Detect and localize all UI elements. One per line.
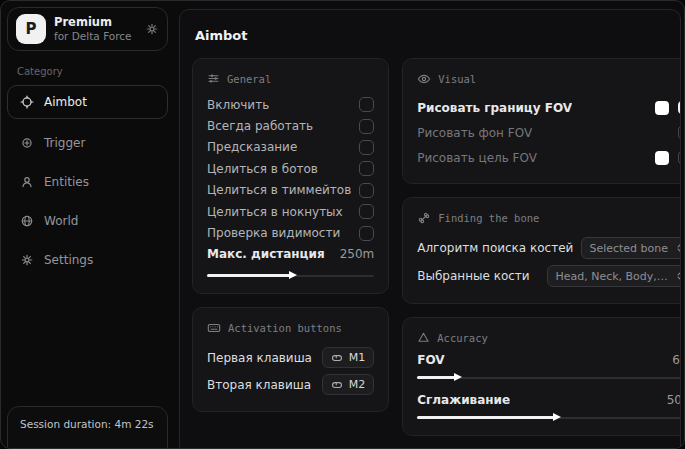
toggle-row-aim-bots: Целиться в ботов — [207, 158, 374, 179]
mouse-icon — [331, 352, 343, 364]
slider-thumb[interactable] — [454, 373, 462, 381]
checkbox-fov-border[interactable] — [678, 100, 681, 115]
bone-icon — [417, 211, 431, 225]
color-swatch-fov-border[interactable] — [655, 101, 669, 115]
sidebar-item-label: Entities — [44, 175, 89, 189]
gear-icon — [20, 253, 34, 267]
bones-card: Finding the bone Алгоритм поиска костей … — [402, 197, 681, 304]
slider-fill — [207, 274, 291, 277]
section-title: Accuracy — [437, 332, 488, 344]
sidebar-item-label: Aimbot — [44, 95, 87, 109]
visual-label: Рисовать цель FOV — [417, 151, 537, 165]
fov-slider[interactable] — [417, 373, 681, 382]
section-title: Finding the bone — [438, 212, 539, 224]
checkbox-visibility-check[interactable] — [359, 226, 374, 241]
selected-bones-select[interactable]: Head, Neck, Body, Pe... — [547, 265, 681, 287]
checkbox-prediction[interactable] — [359, 140, 374, 155]
sidebar-item-trigger[interactable]: Trigger — [7, 127, 168, 158]
page-title: Aimbot — [195, 28, 665, 43]
slider-fill — [417, 416, 555, 419]
sidebar-item-world[interactable]: World — [7, 205, 168, 236]
keybind-button-secondary[interactable]: M2 — [322, 374, 375, 395]
toggle-label: Проверка видимости — [207, 226, 340, 240]
crosshair-icon — [20, 95, 34, 109]
bones-section-header: Finding the bone — [417, 211, 681, 225]
brand-card: P Premium for Delta Force — [7, 7, 168, 51]
sidebar-item-settings[interactable]: Settings — [7, 244, 168, 275]
fov-row: FOV 60° — [417, 353, 681, 367]
brand-text: Premium for Delta Force — [54, 15, 137, 43]
visual-row-fov-background: Рисовать фон FOV — [417, 120, 681, 145]
activation-section-header: Activation buttons — [207, 321, 374, 335]
checkbox-enable[interactable] — [359, 97, 374, 112]
mouse-icon — [331, 379, 343, 391]
max-distance-slider[interactable] — [207, 271, 374, 280]
keybind-label: Первая клавиша — [207, 351, 312, 365]
toggle-label: Целиться в тиммейтов — [207, 183, 351, 197]
eye-icon — [417, 72, 431, 86]
visual-row-fov-border: Рисовать границу FOV — [417, 95, 681, 120]
keybind-label: Вторая клавиша — [207, 378, 311, 392]
checkbox-aim-teammates[interactable] — [359, 183, 374, 198]
toggle-label: Предсказание — [207, 140, 297, 154]
section-title: Activation buttons — [228, 322, 342, 334]
toggle-row-aim-teammates: Целиться в тиммейтов — [207, 180, 374, 201]
slider-thumb[interactable] — [553, 413, 561, 421]
toggle-row-aim-knocked: Целиться в нокнутых — [207, 201, 374, 222]
main-panel: Aimbot General Включить — [179, 9, 681, 449]
toggle-row-always-work: Всегда работать — [207, 115, 374, 136]
toggle-label: Целиться в ботов — [207, 162, 318, 176]
bone-algorithm-row: Алгоритм поиска костей Selected bone — [417, 234, 681, 262]
slider-fill — [417, 376, 456, 379]
selected-bones-label: Выбранные кости — [417, 269, 529, 283]
keyboard-icon — [207, 321, 221, 335]
keybind-button-primary[interactable]: M1 — [322, 347, 375, 368]
sliders-icon — [207, 72, 220, 85]
brand-title: Premium — [54, 15, 137, 29]
keybind-value: M1 — [349, 351, 366, 364]
slider-thumb[interactable] — [289, 271, 297, 279]
keybind-row-secondary: Вторая клавиша M2 — [207, 371, 374, 398]
chevron-updown-icon — [675, 243, 681, 253]
sidebar-item-aimbot[interactable]: Aimbot — [7, 85, 168, 119]
visual-label: Рисовать границу FOV — [417, 101, 572, 115]
checkbox-aim-knocked[interactable] — [359, 204, 374, 219]
checkbox-fov-background[interactable] — [678, 125, 681, 140]
session-duration-text: Session duration: 4m 22s — [20, 418, 154, 430]
toggle-label: Целиться в нокнутых — [207, 205, 343, 219]
smoothing-slider[interactable] — [417, 413, 681, 422]
globe-icon — [20, 214, 34, 228]
app-window: P Premium for Delta Force Category Aimbo… — [0, 0, 685, 449]
smoothing-row: Сглаживание 50% — [417, 393, 681, 407]
max-distance-label: Макс. дистанция — [207, 247, 325, 261]
smoothing-value: 50% — [667, 393, 681, 407]
brand-logo: P — [16, 14, 46, 44]
section-title: Visual — [438, 73, 476, 85]
max-distance-value: 250m — [340, 247, 375, 261]
checkbox-aim-bots[interactable] — [359, 161, 374, 176]
accuracy-section-header: Accuracy — [417, 331, 681, 344]
accuracy-card: Accuracy FOV 60° — [402, 317, 681, 436]
checkbox-always-work[interactable] — [359, 119, 374, 134]
sidebar-item-label: World — [44, 214, 78, 228]
sidebar: P Premium for Delta Force Category Aimbo… — [1, 1, 174, 448]
bone-algorithm-select[interactable]: Selected bone — [581, 237, 681, 259]
sidebar-item-entities[interactable]: Entities — [7, 166, 168, 197]
toggle-row-visibility-check: Проверка видимости — [207, 222, 374, 243]
toggle-row-prediction: Предсказание — [207, 137, 374, 158]
category-label: Category — [17, 66, 158, 77]
brand-gear-icon[interactable] — [145, 22, 159, 36]
general-card: General Включить Всегда работать Предска… — [192, 58, 389, 294]
visual-label: Рисовать фон FOV — [417, 126, 532, 140]
triangle-icon — [417, 331, 430, 344]
max-distance-row: Макс. дистанция 250m — [207, 244, 374, 265]
visual-section-header: Visual — [417, 72, 681, 86]
fov-value: 60° — [672, 353, 681, 367]
sidebar-item-label: Settings — [44, 253, 93, 267]
toggle-label: Всегда работать — [207, 119, 313, 133]
smoothing-label: Сглаживание — [417, 393, 510, 407]
checkbox-fov-target[interactable] — [678, 150, 681, 165]
general-section-header: General — [207, 72, 374, 85]
color-swatch-fov-target[interactable] — [655, 151, 669, 165]
trigger-icon — [20, 136, 34, 150]
